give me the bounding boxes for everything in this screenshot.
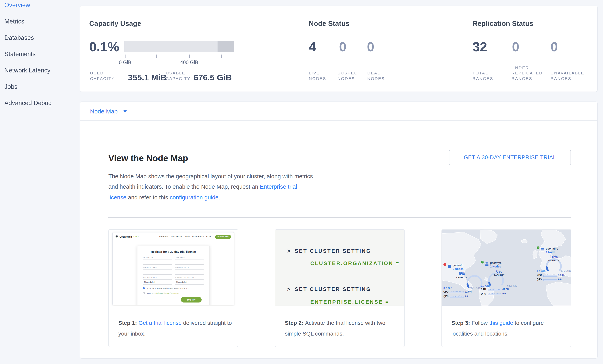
section-divider — [108, 217, 571, 218]
step3-text: Follow — [472, 320, 489, 326]
ok-badge-icon: ✓ — [481, 261, 484, 264]
form-title: Register for a 30-day trial license — [143, 250, 204, 254]
capacity-bar — [124, 41, 234, 52]
site-nav-item: PRODUCT — [159, 236, 168, 238]
step2-card: >SET CLUSTER SETTING CLUSTER.ORGANIZATIO… — [275, 229, 405, 347]
text-field — [143, 269, 172, 275]
dead-nodes-value: 0 — [367, 39, 374, 55]
used-capacity-label: USED CAPACITY — [90, 70, 115, 81]
field-label: LAST NAME — [175, 257, 204, 259]
capacity-tick — [125, 55, 125, 58]
this-guide-link[interactable]: this guide — [489, 320, 513, 326]
text-field — [175, 269, 204, 275]
sql-line: >SET CLUSTER SETTING — [287, 248, 371, 254]
checkbox-checked-icon — [143, 287, 145, 289]
sidebar-item-metrics[interactable]: Metrics — [0, 18, 80, 25]
field-label: COMPANY NAME — [143, 267, 172, 269]
get-trial-license-link[interactable]: Get a trial license — [139, 320, 182, 326]
step2-caption: Step 2: Activate the trial license with … — [275, 306, 404, 339]
field-label: COMPANY EMAIL — [175, 267, 204, 269]
sidebar-item-statements[interactable]: Statements — [0, 51, 80, 57]
capacity-gauge: 6% CAPACITY — [487, 268, 512, 284]
under-replicated-ranges-value: 0 — [512, 39, 519, 55]
capacity-gauge: 9% CAPACITY — [449, 271, 475, 286]
checkbox-label: I would like to receive email updates ab… — [146, 287, 190, 289]
site-logo-labs: LABS — [133, 236, 139, 238]
software-license-link: Software License Agreement. — [156, 292, 179, 294]
site-nav-item: DOCS — [185, 236, 190, 238]
locality-name: geo=nyc — [490, 262, 501, 265]
dead-nodes-label: DEAD NODES — [367, 70, 391, 81]
usable-capacity-label: USABLE CAPACITY — [166, 70, 192, 81]
sidebar-item-databases[interactable]: Databases — [0, 35, 80, 41]
step1-caption: Step 1: Get a trial license delivered st… — [109, 306, 238, 339]
capacity-tick — [156, 55, 157, 58]
steps-row: Cockroach LABS PRODUCT CUSTOMERS DOCS RE… — [108, 229, 571, 347]
get-enterprise-trial-button[interactable]: GET A 30-DAY ENTERPRISE TRIAL — [449, 150, 571, 165]
used-capacity: 3.6 GiB — [537, 270, 546, 273]
node-map-dropdown[interactable]: Node Map — [90, 108, 127, 114]
email-updates-checkbox-row: I would like to receive email updates ab… — [143, 287, 204, 289]
locality-widget-sfo: 1 geo=sfo2 Nodes 9% CAPACITY 3.2 GiB35.1… — [443, 263, 480, 298]
node-map-section: Node Map View the Node Map The Node Map … — [80, 101, 598, 359]
total-capacity: 65.7 GiB — [507, 284, 518, 287]
license-agreement-checkbox-row: I agree to the Software License Agreemen… — [143, 292, 204, 294]
configuration-guide-link[interactable]: configuration guide — [170, 194, 219, 200]
svg-text:10%: 10% — [550, 254, 558, 259]
cpu-sparkline — [450, 290, 464, 293]
capacity-gauge: 10% CAPACITY — [541, 254, 567, 269]
locality-widget-nyc: ✓ geo=nyc2 Nodes 6% CAPACITY 3.7 GiB65.7… — [481, 261, 518, 295]
node-map-header: Node Map — [80, 102, 597, 121]
database-icon — [447, 265, 452, 269]
capacity-tick — [189, 55, 189, 58]
live-nodes-label: LIVE NODES — [309, 70, 333, 81]
replication-status-title: Replication Status — [473, 20, 533, 28]
used-capacity-value: 355.1 MiB — [128, 73, 167, 82]
site-logo-text: Cockroach — [119, 235, 132, 238]
under-replicated-ranges-label: UNDER-REPLICATED RANGES — [511, 65, 553, 81]
select-field: Please Select — [175, 279, 204, 285]
qps-sparkline — [450, 294, 464, 298]
capacity-tick-label-mid: 400 GiB — [180, 60, 198, 65]
page-title: View the Node Map — [108, 154, 188, 164]
capacity-usage-title: Capacity Usage — [89, 20, 141, 28]
unavailable-ranges-label: UNAVAILABLE RANGES — [551, 70, 594, 81]
step2-prefix: Step 2: — [285, 320, 305, 326]
capacity-bar-other-segment — [218, 41, 234, 52]
description-text: and refer to this — [126, 194, 170, 200]
locality-name: geo=ams — [546, 247, 558, 251]
step1-prefix: Step 1: — [118, 320, 139, 326]
sidebar-item-network-latency[interactable]: Network Latency — [0, 67, 80, 74]
used-capacity: 3.7 GiB — [481, 284, 490, 287]
qps-value: 0.0 — [502, 292, 506, 295]
sidebar-item-jobs[interactable]: Jobs — [0, 84, 80, 90]
live-nodes-value: 4 — [309, 39, 316, 55]
site-nav-item: BLOG — [206, 236, 211, 238]
node-map-dropdown-label: Node Map — [90, 108, 117, 114]
node-status-title: Node Status — [309, 20, 349, 28]
site-nav-item: CUSTOMERS — [171, 236, 182, 238]
sql-line-arg: ENTERPRISE.LICENSE = — [310, 299, 389, 305]
sql-commands-panel: >SET CLUSTER SETTING CLUSTER.ORGANIZATIO… — [275, 230, 404, 306]
usable-capacity-value: 676.5 GiB — [194, 73, 232, 82]
qps-sparkline — [488, 292, 501, 295]
warning-badge-icon: 1 — [443, 263, 446, 266]
description-text: . — [219, 194, 220, 200]
total-ranges-value: 32 — [473, 39, 487, 55]
cockroach-logo-icon — [116, 235, 118, 238]
trial-registration-form: Register for a 30-day trial license FIRS… — [137, 246, 209, 305]
step1-card: Cockroach LABS PRODUCT CUSTOMERS DOCS RE… — [108, 229, 238, 347]
registration-site-thumbnail: Cockroach LABS PRODUCT CUSTOMERS DOCS RE… — [112, 232, 234, 305]
locality-node-count: 2 Nodes — [452, 267, 463, 271]
sql-line-arg: CLUSTER.ORGANIZATION = — [310, 260, 400, 266]
sidebar-item-advanced-debug[interactable]: Advanced Debug — [0, 100, 80, 106]
qps-value: 0.0 — [558, 278, 562, 280]
sidebar-item-overview[interactable]: Overview — [0, 2, 80, 8]
select-field: Please Select — [143, 279, 172, 285]
database-icon — [541, 248, 545, 252]
site-nav: PRODUCT CUSTOMERS DOCS RESOURCES BLOG — [159, 236, 211, 238]
step1-screenshot: Cockroach LABS PRODUCT CUSTOMERS DOCS RE… — [109, 230, 238, 306]
used-capacity: 3.2 GiB — [443, 286, 452, 289]
node-map-thumbnail: 1 geo=sfo2 Nodes 9% CAPACITY 3.2 GiB35.1… — [442, 230, 571, 306]
site-nav-item: RESOURCES — [192, 236, 204, 238]
